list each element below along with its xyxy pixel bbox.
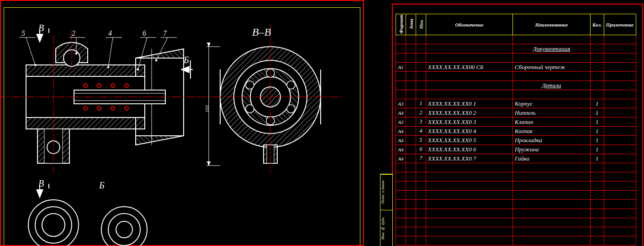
svg-point-37 <box>246 81 254 89</box>
hdr-name: Наименование <box>513 14 591 35</box>
dimension-105: 105 <box>204 105 210 113</box>
hdr-zone: Зона <box>406 14 416 35</box>
technical-drawing <box>1 1 365 246</box>
bom-sheet: Подп. и дата Инв. № дубл. Формат Зона По… <box>392 4 643 246</box>
svg-point-70 <box>42 214 65 236</box>
svg-line-47 <box>26 37 35 65</box>
hdr-note: Примечание <box>604 14 636 35</box>
svg-point-69 <box>35 207 72 243</box>
section-label-bb: В–В <box>252 26 271 38</box>
section-arrow-b-cut: Б <box>184 55 189 65</box>
svg-point-33 <box>287 81 295 89</box>
hdr-pos: Поз. <box>416 14 426 35</box>
hdr-designation: Обозначение <box>426 14 513 35</box>
svg-point-55 <box>137 69 139 70</box>
table-row <box>396 191 636 200</box>
table-row: А45ХХХХ.ХХ.ХХ.ХХ0 5Прокладка1 <box>396 136 636 145</box>
table-row <box>396 72 636 81</box>
section-arrow-b-bottom: В <box>38 178 44 189</box>
svg-point-54 <box>107 66 109 68</box>
section-arrow-b-cut2: Б <box>99 180 105 191</box>
svg-point-36 <box>246 105 254 113</box>
table-row: А42ХХХХ.ХХ.ХХ.ХХ0 2Ниппель1 <box>396 108 636 118</box>
table-row <box>396 182 636 191</box>
table-row: А33ХХХХ.ХХ.ХХ.ХХ0 3Клапан1 <box>396 118 636 127</box>
table-row <box>396 172 636 182</box>
svg-point-52 <box>34 64 36 66</box>
drawing-sheet: В–В В В Б Б 105 5 2 4 6 7 <box>0 0 364 246</box>
svg-point-72 <box>108 214 140 246</box>
table-row <box>396 236 636 246</box>
hdr-format: Формат <box>396 14 406 35</box>
svg-point-73 <box>116 221 132 238</box>
table-row <box>396 227 636 236</box>
svg-point-34 <box>287 105 295 113</box>
section-arrow-b-top: В <box>38 23 44 33</box>
table-row: А44ХХХХ.ХХ.ХХ.ХХ0 4Колпак1 <box>396 127 636 136</box>
table-row <box>396 90 636 99</box>
side-tab-sign: Подп. и дата <box>380 174 392 210</box>
section-header-row: Документация <box>396 44 636 53</box>
bom-table: Формат Зона Поз. Обозначение Наименовани… <box>396 14 636 246</box>
callout-5: 5 <box>21 29 25 37</box>
table-row: А47ХХХХ.ХХ.ХХ.ХХ0 7Гайка1 <box>396 154 636 163</box>
table-row: А46ХХХХ.ХХ.ХХ.ХХ0 6Пружина1 <box>396 145 636 154</box>
callout-4: 4 <box>108 29 112 37</box>
callout-7: 7 <box>163 29 167 37</box>
table-row <box>396 200 636 209</box>
hdr-qty: Кол. <box>591 14 604 35</box>
table-row <box>396 209 636 218</box>
table-row <box>396 163 636 172</box>
table-row <box>396 35 636 44</box>
callout-2: 2 <box>72 29 75 37</box>
callout-6: 6 <box>143 29 146 37</box>
svg-line-49 <box>108 37 113 67</box>
table-row <box>396 53 636 63</box>
table-row: А31ХХХХ.ХХ.ХХ.ХХ0 1Корпус1 <box>396 99 636 108</box>
side-tabs: Подп. и дата Инв. № дубл. <box>380 174 393 246</box>
table-row <box>396 218 636 227</box>
table-row: А1ХХХХ.ХХ.ХХ.ХХ00 СБСборочный чертеж <box>396 63 636 72</box>
side-tab-inv: Инв. № дубл. <box>380 210 392 246</box>
svg-point-53 <box>75 53 77 54</box>
svg-point-56 <box>155 59 157 61</box>
section-header-row: Детали <box>396 81 636 90</box>
